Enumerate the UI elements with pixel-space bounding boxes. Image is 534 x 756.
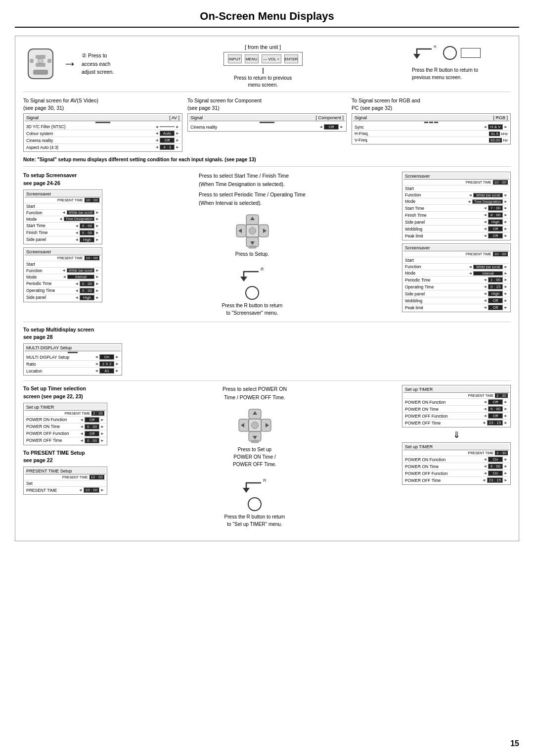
ss-press-r-text: Press the R button to return to "Screens… — [222, 302, 283, 317]
ss-center: Press to select Start Time / Finish Time… — [107, 172, 397, 316]
svg-point-31 — [251, 422, 258, 428]
rgb-menu-title-row: Signal [ RGB ] — [353, 115, 509, 121]
multidisplay-section: To setup Multidisplay screen see page 28… — [23, 322, 511, 376]
timer-return-arrow-icon: R — [241, 478, 268, 495]
ss-menu4-time: 10 : 00 — [493, 252, 508, 256]
ss-r-circle-button[interactable] — [245, 286, 259, 300]
rgb-signal-menu: Signal [ RGB ] Sync ◄H & V► H-Freq. 31.5… — [352, 113, 511, 144]
center-unit-area: [ from the unit ] INPUT MENU — VOL + ENT… — [124, 44, 402, 89]
svg-text:R: R — [263, 478, 267, 483]
timer-menu1-time: 2 : 30 — [91, 411, 104, 416]
rgb-signal-title: To Signal screen for RGB and PC (see pag… — [352, 97, 511, 111]
rgb-signal-col: To Signal screen for RGB and PC (see pag… — [352, 97, 511, 152]
enter-btn[interactable]: ENTER — [284, 54, 298, 63]
input-btn[interactable]: INPUT — [228, 54, 242, 63]
arrow-right-icon: → — [63, 56, 77, 72]
ss-menu2-time: 10 : 00 — [85, 256, 99, 260]
rgb-row-2: V-Freq. 60.00 Hz — [353, 137, 509, 143]
present-time-display: 10 : 00 — [89, 475, 104, 479]
menu-btn[interactable]: MENU — [245, 54, 259, 63]
svg-point-18 — [249, 227, 256, 234]
page-number: 15 — [510, 739, 519, 748]
press-text: ② Press to access each adjust screen. — [82, 51, 114, 76]
multi-menu-title: MULTI DISPLAY Setup — [26, 345, 72, 350]
ss-menu-4: Screensaver PRESENT TIME 10 : 00 Start F… — [402, 243, 511, 312]
multi-menu: MULTI DISPLAY Setup MULTI DISPLAY Setup … — [23, 343, 122, 376]
timer-press-text: Press to select POWER ON Time / POWER OF… — [222, 385, 287, 402]
svg-text:R: R — [434, 45, 437, 49]
ss-title: To setup Screensaver see page 24-26 — [23, 172, 102, 188]
rgb-row-1: H-Freq. 31.5 kHz — [353, 131, 509, 137]
r-circle-button[interactable] — [443, 46, 457, 60]
svg-marker-20 — [240, 277, 247, 282]
press-return-text: Press to return to previous menu screen. — [234, 75, 292, 89]
rgb-row-0: Sync ◄H & V► — [353, 124, 509, 131]
ss-menu1-start: Start — [25, 203, 101, 210]
ss-menu-2: Screensaver PRESENT TIME 10 : 00 Start F… — [23, 247, 102, 302]
av-row-1: Colour system ◄Auto► — [25, 130, 181, 137]
main-content: → ② Press to access each adjust screen. … — [15, 36, 519, 541]
timer-menu2-title: Set up TIMER — [405, 387, 433, 392]
timer-center: Press to select POWER ON Time / POWER OF… — [112, 385, 397, 528]
av-signal-tag: [ AV ] — [169, 115, 179, 120]
svg-text:R: R — [261, 267, 264, 272]
timer-menu-1: Set up TIMER PRESENT TIME 2 : 30 POWER O… — [23, 403, 107, 445]
timer-menu3-title: Set up TIMER — [405, 444, 433, 449]
present-time-setup: To PRESENT TIME Setup see page 22 PRESEN… — [23, 449, 107, 495]
svg-rect-3 — [30, 59, 34, 63]
ss-menu-1: Screensaver PRESENT TIME 10 : 00 Start F… — [23, 189, 102, 244]
component-menu-title-row: Signal [ Component ] — [189, 115, 345, 121]
svg-rect-32 — [251, 440, 259, 443]
timer-menu-3: Set up TIMER PRESENT TIME 2 : 30 POWER O… — [402, 442, 511, 485]
r-rect-button[interactable] — [461, 48, 481, 58]
down-arrow-icon: ⇓ — [402, 429, 511, 440]
av-signal-menu: Signal [ AV ] 3D Y/C Filter (NTSC) ◄► Co… — [23, 113, 182, 152]
component-signal-title: To Signal screen for Component (see page… — [187, 97, 347, 111]
av-row-2: Cinema reality ◄Off► — [25, 137, 181, 144]
svg-rect-4 — [47, 59, 51, 63]
ss-menu3-time: 10 : 00 — [493, 180, 508, 185]
dpad-icon — [234, 212, 271, 249]
screensaver-section: To setup Screensaver see page 24-26 Scre… — [23, 166, 511, 316]
signal-note: Note: "Signal" setup menu displays diffe… — [23, 157, 511, 162]
av-signal-col: To Signal screen for AV(S Video) (see pa… — [23, 97, 182, 152]
rgb-signal-label: Signal — [355, 115, 367, 120]
signal-section: To Signal screen for AV(S Video) (see pa… — [23, 92, 511, 162]
ss-menu2-title: Screensaver — [26, 249, 51, 254]
svg-marker-7 — [413, 54, 420, 59]
present-time-title: To PRESENT TIME Setup see page 22 — [23, 449, 107, 465]
timer-title: To Set up Timer selection screen (see pa… — [23, 385, 107, 401]
av-signal-title: To Signal screen for AV(S Video) (see pa… — [23, 97, 182, 111]
ss-left: To setup Screensaver see page 24-26 Scre… — [23, 172, 102, 316]
timer-left: To Set up Timer selection screen (see pa… — [23, 385, 107, 528]
remote-icon — [23, 44, 58, 84]
rgb-signal-tag: [ RGB ] — [493, 115, 508, 120]
component-signal-menu: Signal [ Component ] Cinema reality ◄Off… — [187, 113, 347, 132]
component-signal-label: Signal — [190, 115, 203, 120]
multi-left: To setup Multidisplay screen see page 28… — [23, 326, 122, 376]
present-time-menu-title: PRESENT TIME Setup — [26, 469, 72, 473]
page-title: On-Screen Menu Displays — [15, 10, 519, 28]
multi-title: To setup Multidisplay screen see page 28 — [23, 326, 122, 342]
timer-press-setup-text: Press to Set up POWER ON Time / POWER OF… — [233, 446, 276, 468]
ss-menu1-time: 10 : 00 — [85, 198, 99, 202]
svg-marker-33 — [243, 488, 250, 493]
timer-press-r-text: Press the R button to return to "Set up … — [224, 513, 285, 528]
ss-press-text: Press to select Start Time / Finish Time… — [199, 172, 306, 207]
unit-panel: INPUT MENU — VOL + ENTER — [223, 52, 303, 66]
component-row-0: Cinema reality ◄Off► — [189, 124, 345, 130]
ss-menu-3: Screensaver PRESENT TIME 10 : 00 Start F… — [402, 172, 511, 240]
av-signal-label: Signal — [26, 115, 39, 120]
right-r-button-area: R Press the R button to return to previo… — [412, 44, 511, 81]
timer-menu1-title: Set up TIMER — [26, 405, 54, 410]
timer-r-circle-button[interactable] — [248, 497, 262, 511]
av-menu-title-row: Signal [ AV ] — [25, 115, 181, 121]
svg-rect-19 — [249, 246, 256, 248]
vol-btn[interactable]: — VOL + — [262, 54, 281, 63]
av-row-0: 3D Y/C Filter (NTSC) ◄► — [25, 124, 181, 130]
r-button-row: R — [412, 44, 481, 61]
ss-return-arrow-icon: R — [239, 267, 266, 284]
ss-menu3-title: Screensaver — [405, 174, 430, 179]
timer-menu2-time: 2 : 30 — [495, 393, 508, 398]
press-r-button-text: Press the R button to return to previous… — [412, 66, 478, 81]
